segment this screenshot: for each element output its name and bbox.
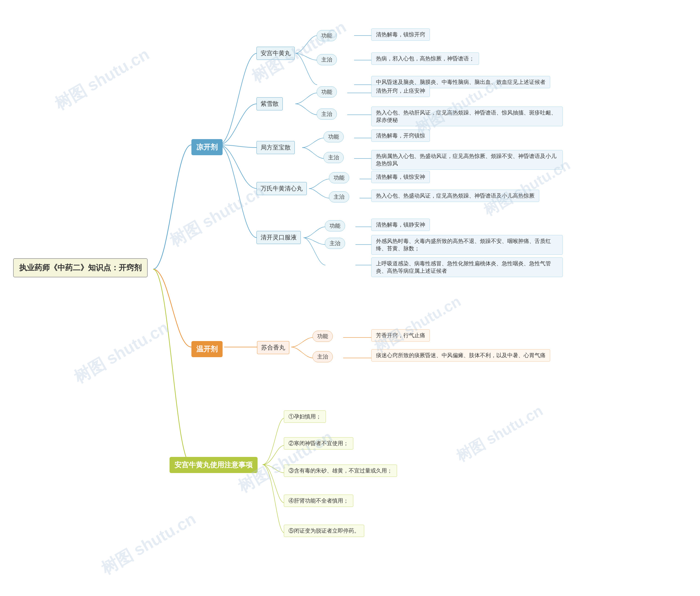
qkl-gn-content: 清热解毒，镇静安神 <box>371 218 430 231</box>
zixue-gn-label: 功能 <box>317 86 337 98</box>
watermark-1: 树图 shutu.cn <box>51 44 153 115</box>
root-label: 执业药师《中药二》知识点：开窍剂 <box>19 263 142 272</box>
wanshi-zz-label: 主治 <box>329 191 349 203</box>
qkl-zz2-content: 上呼吸道感染、病毒性感冒、急性化脓性扁桃体炎、急性咽炎、急性气管炎、高热等病症属… <box>371 257 563 277</box>
medicine-anggong: 安宫牛黄丸 <box>256 47 295 60</box>
shx-gn-content: 芳香开窍，行气止痛 <box>371 329 430 342</box>
qkl-zz1-label: 主治 <box>325 238 345 249</box>
medicine-zixue: 紫雪散 <box>256 97 283 110</box>
jufang-gn-content: 清热解毒，开窍镇惊 <box>371 130 430 142</box>
zixue-zz-label: 主治 <box>317 108 337 120</box>
anggong-gn-label: 功能 <box>317 30 337 41</box>
medicine-wanshi: 万氏牛黄清心丸 <box>256 182 307 195</box>
jufang-zz-label: 主治 <box>323 152 344 163</box>
anggong-gn-content: 清热解毒，镇惊开窍 <box>371 28 430 41</box>
notice-item-1: ①孕妇慎用； <box>284 411 326 423</box>
notice-item-3: ③含有毒的朱砂、雄黄，不宜过量或久用； <box>284 465 397 477</box>
liang-kai-ji-node: 凉开剂 <box>192 139 223 155</box>
watermark-9: 树图 shutu.cn <box>453 400 547 466</box>
anggong-zz1-content: 热病，邪入心包，高热惊厥，神昏谵语； <box>371 52 479 65</box>
jufang-zz-content: 热病属热入心包、热盛动风证，症见高热惊厥、烦躁不安、神昏谵语及小儿急热惊风 <box>371 150 563 170</box>
watermark-10: 树图 shutu.cn <box>97 508 200 580</box>
qkl-zz1-content: 外感风热时毒、火毒内盛所致的高热不退、烦躁不安、咽喉肿痛、舌质红绛、苔黄、脉数； <box>371 235 563 255</box>
wanshi-gn-label: 功能 <box>329 172 349 183</box>
notice-item-2: ②寒闭神昏者不宜使用； <box>284 437 353 449</box>
wanshi-zz-content: 热入心包、热盛动风证，症见高热烦躁、神昏谵语及小儿高热惊厥 <box>371 190 539 202</box>
shx-gn-label: 功能 <box>312 331 333 342</box>
shx-zz-label: 主治 <box>312 351 333 362</box>
notice-node: 安宫牛黄丸使用注意事项 <box>170 457 257 473</box>
wen-kai-ji-label: 温开剂 <box>196 345 218 353</box>
anggong-zz1-label: 主治 <box>317 54 337 65</box>
medicine-qingkailing: 清开灵口服液 <box>256 231 301 244</box>
medicine-anggong-label: 安宫牛黄丸 <box>260 50 291 57</box>
watermark-4: 树图 shutu.cn <box>166 180 268 252</box>
wanshi-gn-content: 清热解毒，镇惊安神 <box>371 171 430 183</box>
medicine-suhexiang: 苏合香丸 <box>257 341 289 354</box>
zixue-zz-content: 热入心包、热动肝风证，症见高热烦躁、神昏谵语、惊风抽搐、斑疹吐衄、尿赤便秘 <box>371 107 563 126</box>
shx-zz-content: 痰迷心窍所致的痰厥昏迷、中风偏瘫、肢体不利，以及中暑、心胃气痛 <box>371 349 550 362</box>
liang-kai-ji-label: 凉开剂 <box>196 143 218 151</box>
medicine-jufang: 局方至宝散 <box>256 141 295 154</box>
notice-item-5: ⑤闭证变为脱证者立即停药。 <box>284 525 364 537</box>
notice-item-4: ④肝肾功能不全者慎用； <box>284 495 353 507</box>
jufang-gn-label: 功能 <box>323 131 344 142</box>
watermark-7: 树图 shutu.cn <box>371 291 465 357</box>
root-node: 执业药师《中药二》知识点：开窍剂 <box>13 258 148 277</box>
wen-kai-ji-node: 温开剂 <box>192 341 223 357</box>
mind-map: 树图 shutu.cn 树图 shutu.cn 树图 shutu.cn 树图 s… <box>0 0 700 596</box>
notice-label: 安宫牛黄丸使用注意事项 <box>174 461 253 469</box>
qkl-gn-label: 功能 <box>325 220 345 231</box>
watermark-6: 树图 shutu.cn <box>70 317 173 389</box>
zixue-gn-content: 清热开窍，止痉安神 <box>371 85 430 97</box>
